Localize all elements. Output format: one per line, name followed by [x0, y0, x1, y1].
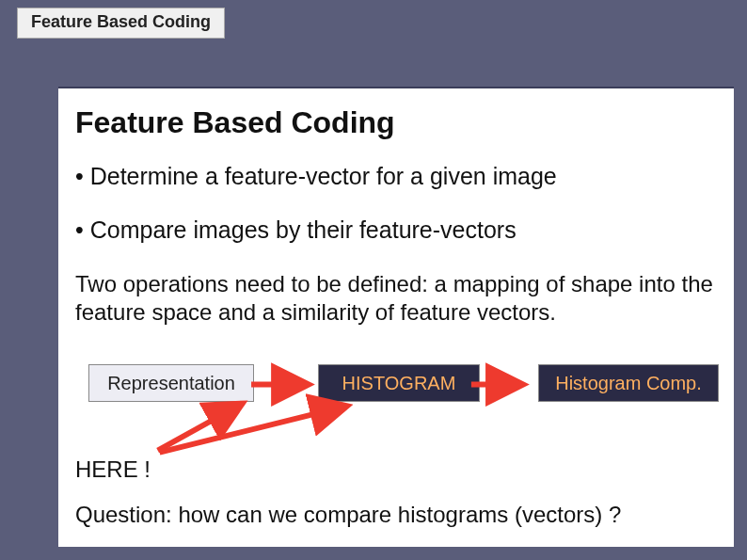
box-histogram-comp-label: Histogram Comp.	[555, 373, 702, 394]
flow-boxes-row: Representation HISTOGRAM Histogram Comp.	[75, 359, 717, 415]
bullet-2: • Compare images by their feature-vector…	[75, 216, 717, 244]
arrow-here-to-rep	[158, 405, 241, 451]
slide-title: Feature Based Coding	[75, 105, 717, 140]
arrow-here-to-hist	[160, 407, 345, 453]
bullet-1: • Determine a feature-vector for a given…	[75, 163, 717, 190]
box-representation: Representation	[88, 364, 254, 402]
here-label: HERE !	[75, 456, 717, 483]
operations-paragraph: Two operations need to be defined: a map…	[75, 270, 717, 327]
box-histogram: HISTOGRAM	[318, 364, 480, 402]
question-text: Question: how can we compare histograms …	[75, 502, 717, 528]
box-representation-label: Representation	[107, 373, 235, 394]
box-histogram-label: HISTOGRAM	[342, 373, 456, 394]
slide-tab-label: Feature Based Coding	[31, 12, 211, 31]
box-histogram-comp: Histogram Comp.	[538, 364, 719, 402]
slide-tab: Feature Based Coding	[17, 8, 225, 39]
slide-content: Feature Based Coding • Determine a featu…	[58, 87, 734, 547]
